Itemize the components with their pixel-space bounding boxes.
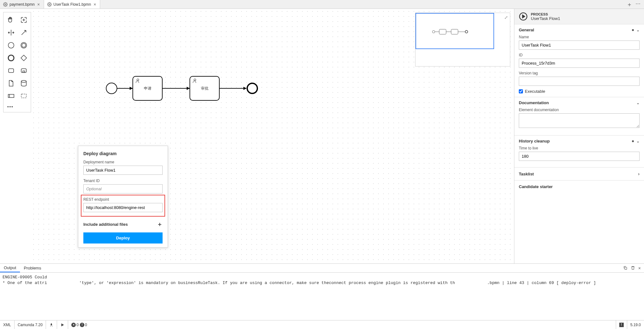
subprocess-tool[interactable] xyxy=(17,64,30,77)
connect-tool[interactable] xyxy=(17,26,30,39)
deployment-name-input[interactable] xyxy=(83,166,163,175)
svg-rect-6 xyxy=(9,69,14,73)
user-task-apply[interactable]: 申请 xyxy=(132,76,163,101)
section-title: Tasklist xyxy=(519,172,534,176)
sequence-flow[interactable] xyxy=(220,88,246,89)
intermediate-event-tool[interactable] xyxy=(17,39,30,52)
problems-summary[interactable]: ×0 !0 xyxy=(68,320,90,329)
section-toggle[interactable]: General ⌄ xyxy=(519,28,640,32)
rest-endpoint-input[interactable] xyxy=(83,203,163,212)
field-label: Element documentation xyxy=(519,108,640,112)
group-tool[interactable] xyxy=(17,90,30,102)
documentation-textarea[interactable] xyxy=(519,113,640,128)
gear-icon xyxy=(47,2,52,7)
pool-tool[interactable] xyxy=(5,90,17,102)
chevron-down-icon: ⌄ xyxy=(636,28,640,32)
svg-rect-11 xyxy=(21,94,26,98)
minimap-viewport xyxy=(415,13,494,49)
status-xml[interactable]: XML xyxy=(0,320,15,329)
start-event-tool[interactable] xyxy=(5,39,17,52)
field-label: Tenant ID xyxy=(83,179,163,183)
tenant-id-input[interactable] xyxy=(83,184,163,193)
collapse-icon[interactable]: ⤢ xyxy=(504,15,508,20)
output-panel: Output Problems × ENGINE-09005 Could * O… xyxy=(0,263,644,320)
end-event[interactable] xyxy=(247,83,258,94)
svg-point-9 xyxy=(21,80,26,82)
executable-checkbox[interactable] xyxy=(519,89,523,93)
more-tools-icon[interactable]: ••• xyxy=(5,102,30,111)
space-tool[interactable] xyxy=(5,26,17,39)
id-input[interactable] xyxy=(519,59,640,68)
lasso-tool[interactable] xyxy=(17,14,30,26)
user-icon xyxy=(192,78,198,84)
play-icon xyxy=(60,323,65,327)
field-label: Name xyxy=(519,35,640,39)
section-toggle[interactable]: Documentation ⌄ xyxy=(519,100,640,105)
data-object-tool[interactable] xyxy=(5,77,17,90)
palette: ••• xyxy=(3,12,31,112)
deploy-launcher[interactable] xyxy=(46,320,57,329)
section-title: Candidate starter xyxy=(519,184,553,189)
svg-marker-22 xyxy=(523,15,525,18)
field-label: Deployment name xyxy=(83,160,163,164)
task-label: 审批 xyxy=(201,86,209,91)
svg-marker-24 xyxy=(61,323,64,326)
close-icon[interactable]: × xyxy=(36,2,40,7)
task-tool[interactable] xyxy=(5,64,17,77)
deploy-button[interactable]: Deploy xyxy=(83,232,163,244)
hand-tool[interactable] xyxy=(5,14,17,26)
minimap[interactable]: ⤢ xyxy=(415,13,510,66)
chevron-down-icon: ⌄ xyxy=(636,139,640,143)
tab-problems[interactable]: Problems xyxy=(20,264,45,272)
executable-checkbox-row[interactable]: Executable xyxy=(519,89,640,94)
section-title: Documentation xyxy=(519,100,549,105)
section-title: History cleanup xyxy=(519,139,550,143)
properties-panel: PROCESS UserTask Flow1 General ⌄ Name ID… xyxy=(514,9,644,263)
copy-icon[interactable] xyxy=(623,266,628,270)
output-tab-bar: Output Problems × xyxy=(0,264,644,273)
end-event-tool[interactable] xyxy=(5,52,17,64)
status-engine[interactable]: Camunda 7.20 xyxy=(15,320,46,329)
field-label: Time to live xyxy=(519,146,640,150)
tab-bar: payment.bpmn × UserTask Flow1.bpmn × ＋ ⋯ xyxy=(0,0,644,9)
user-task-approve[interactable]: 审批 xyxy=(190,76,220,101)
panel-title: UserTask Flow1 xyxy=(531,16,560,21)
svg-rect-8 xyxy=(23,71,25,73)
ttl-input[interactable] xyxy=(519,152,640,161)
section-toggle[interactable]: History cleanup ⌄ xyxy=(519,139,640,143)
run-launcher[interactable] xyxy=(57,320,68,329)
version-tag-input[interactable] xyxy=(519,77,640,86)
tab-payment[interactable]: payment.bpmn × xyxy=(0,0,44,9)
statusbar: XML Camunda 7.20 ×0 !0 ! 5.19.0 xyxy=(0,320,644,329)
tab-label: UserTask Flow1.bpmn xyxy=(54,2,91,7)
close-icon[interactable]: × xyxy=(638,266,641,271)
new-tab-button[interactable]: ＋ xyxy=(627,1,632,8)
trash-icon[interactable] xyxy=(631,266,635,270)
more-icon[interactable]: ⋯ xyxy=(635,1,641,8)
tab-output[interactable]: Output xyxy=(0,264,20,272)
alert-indicator[interactable]: ! xyxy=(616,320,627,329)
output-content: ENGINE-09005 Could * One of the attri 't… xyxy=(0,273,644,320)
chevron-right-icon: › xyxy=(638,171,640,176)
data-store-tool[interactable] xyxy=(17,77,30,90)
error-icon: × xyxy=(71,323,76,327)
tab-usertask[interactable]: UserTask Flow1.bpmn × xyxy=(44,0,100,9)
svg-point-0 xyxy=(5,4,6,5)
sequence-flow[interactable] xyxy=(117,88,132,89)
sequence-flow[interactable] xyxy=(163,88,190,89)
close-icon[interactable]: × xyxy=(93,2,97,7)
user-icon xyxy=(135,78,141,84)
checkbox-label: Executable xyxy=(525,89,545,94)
canvas[interactable]: 申请 审批 ⤢ xyxy=(31,9,514,263)
dot-icon xyxy=(632,29,634,31)
name-input[interactable] xyxy=(519,41,640,50)
plus-icon[interactable]: ＋ xyxy=(157,220,163,228)
include-label: Include additional files xyxy=(83,222,128,227)
gateway-tool[interactable] xyxy=(17,52,30,64)
section-candidate[interactable]: Candidate starter xyxy=(514,180,644,193)
section-general: General ⌄ Name ID Version tag Executable xyxy=(514,24,644,97)
section-tasklist[interactable]: Tasklist › xyxy=(514,168,644,180)
start-event[interactable] xyxy=(106,83,117,94)
warn-count: 0 xyxy=(85,323,87,327)
include-files-row[interactable]: Include additional files ＋ xyxy=(83,220,163,228)
